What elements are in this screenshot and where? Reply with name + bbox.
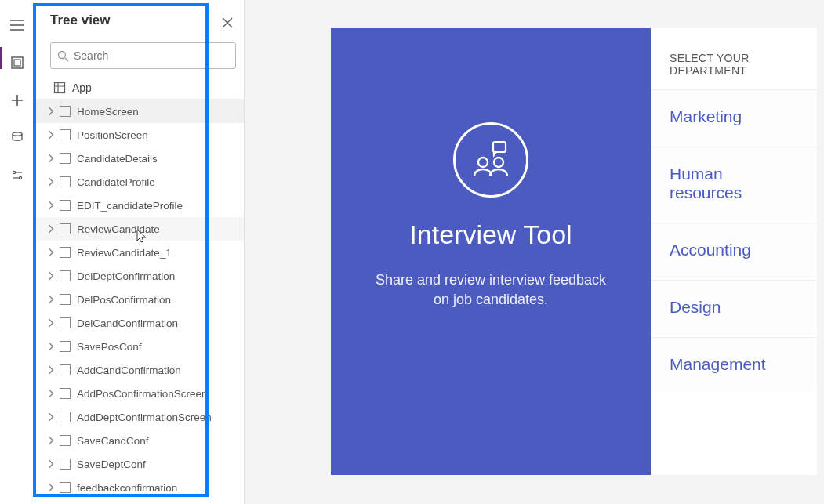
- tree-item[interactable]: AddDeptConfirmationScreen: [34, 405, 244, 429]
- tree-item-label: AddDeptConfirmationScreen: [77, 412, 212, 423]
- tree-view-icon[interactable]: [6, 52, 28, 74]
- screen-icon: [60, 482, 71, 493]
- left-rail: [0, 0, 34, 504]
- dept-header: SELECT YOUR DEPARTMENT: [651, 28, 817, 89]
- svg-point-2: [13, 132, 22, 136]
- screen-list: HomeScreen•••PositionScreenCandidateDeta…: [34, 100, 244, 499]
- chevron-right-icon: [45, 223, 56, 234]
- screen-icon: [60, 364, 71, 375]
- chevron-right-icon: [45, 270, 56, 281]
- chevron-right-icon: [45, 482, 56, 493]
- department-panel: SELECT YOUR DEPARTMENT MarketingHuman re…: [651, 28, 817, 475]
- tree-item-label: DelCandConfirmation: [77, 317, 178, 329]
- svg-point-8: [478, 158, 488, 167]
- tree-view-title: Tree view: [34, 0, 244, 36]
- svg-point-3: [13, 171, 15, 173]
- app-logo-icon: [453, 122, 528, 198]
- screen-icon: [60, 106, 71, 117]
- chevron-right-icon: [45, 153, 56, 164]
- canvas-area: Interview Tool Share and review intervie…: [245, 0, 824, 504]
- hamburger-icon[interactable]: [6, 14, 28, 36]
- chevron-right-icon: [45, 435, 56, 446]
- app-root-node[interactable]: App: [34, 77, 244, 100]
- tree-view-panel: Tree view App HomeScreen•••PositionScree…: [34, 0, 245, 504]
- active-rail-marker: [0, 47, 2, 69]
- tree-item[interactable]: DelDeptConfirmation: [34, 264, 244, 288]
- app-preview: Interview Tool Share and review intervie…: [331, 28, 817, 475]
- svg-rect-7: [493, 142, 506, 152]
- chevron-right-icon: [45, 106, 56, 117]
- screen-icon: [60, 388, 71, 399]
- chevron-right-icon: [45, 176, 56, 187]
- splash-pane: Interview Tool Share and review intervie…: [331, 28, 651, 475]
- department-item[interactable]: Human resources: [651, 147, 817, 219]
- department-item[interactable]: Design: [651, 280, 817, 334]
- department-item[interactable]: Accounting: [651, 223, 817, 277]
- tree-item-label: HomeScreen: [77, 106, 139, 118]
- tree-item-label: CandidateProfile: [77, 176, 155, 188]
- svg-point-4: [19, 176, 21, 179]
- tree-item-label: PositionScreen: [77, 129, 148, 141]
- tree-item-label: SaveCandConf: [77, 435, 149, 447]
- tree-item[interactable]: SavePosConf: [34, 335, 244, 358]
- screen-icon: [60, 129, 71, 140]
- tree-item[interactable]: SaveCandConf: [34, 429, 244, 452]
- screen-icon: [60, 200, 71, 211]
- department-item[interactable]: Marketing: [651, 89, 817, 143]
- svg-point-9: [494, 158, 503, 167]
- chevron-right-icon: [45, 317, 56, 328]
- tree-item[interactable]: HomeScreen•••: [34, 100, 244, 123]
- tree-item-label: CandidateDetails: [77, 153, 158, 165]
- chevron-right-icon: [45, 364, 56, 375]
- chevron-right-icon: [45, 412, 56, 422]
- tree-item[interactable]: CandidateProfile: [34, 170, 244, 194]
- department-item[interactable]: Management: [651, 337, 817, 391]
- search-icon: [57, 50, 69, 62]
- screen-icon: [60, 153, 71, 164]
- tree-item[interactable]: SaveDeptConf: [34, 452, 244, 476]
- chevron-right-icon: [45, 247, 56, 258]
- tree-item-label: SaveDeptConf: [77, 459, 146, 470]
- screen-icon: [60, 176, 71, 187]
- chevron-right-icon: [45, 459, 56, 470]
- tree-item[interactable]: DelCandConfirmation: [34, 311, 244, 335]
- tree-item[interactable]: feedbackconfirmation: [34, 476, 244, 499]
- tree-item-label: DelPosConfirmation: [77, 294, 171, 306]
- svg-rect-1: [14, 60, 20, 66]
- tree-item-label: DelDeptConfirmation: [77, 270, 175, 282]
- app-subtitle: Share and review interview feedback on j…: [373, 270, 608, 310]
- tree-item[interactable]: ReviewCandidate•••: [34, 217, 244, 241]
- screen-icon: [60, 223, 71, 234]
- tree-item[interactable]: AddPosConfirmationScreen: [34, 382, 244, 405]
- app-title: Interview Tool: [409, 219, 572, 250]
- app-label: App: [72, 82, 92, 94]
- tree-item[interactable]: PositionScreen: [34, 123, 244, 147]
- svg-rect-6: [55, 83, 65, 93]
- tree-item[interactable]: ReviewCandidate_1: [34, 241, 244, 264]
- screen-icon: [60, 247, 71, 258]
- svg-point-5: [59, 51, 66, 58]
- tree-item-label: AddCandConfirmation: [77, 364, 181, 376]
- tree-item-label: ReviewCandidate_1: [77, 247, 172, 259]
- tree-item[interactable]: AddCandConfirmation: [34, 358, 244, 382]
- settings-icon[interactable]: [6, 165, 28, 187]
- tree-item[interactable]: EDIT_candidateProfile: [34, 194, 244, 217]
- insert-icon[interactable]: [6, 89, 28, 111]
- screen-icon: [60, 412, 71, 422]
- tree-item[interactable]: CandidateDetails: [34, 147, 244, 170]
- chevron-right-icon: [45, 200, 56, 211]
- svg-rect-0: [12, 57, 23, 68]
- screen-icon: [60, 459, 71, 470]
- close-icon[interactable]: [216, 11, 239, 34]
- tree-item-label: ReviewCandidate: [77, 223, 160, 235]
- screen-icon: [60, 270, 71, 281]
- search-input[interactable]: [74, 49, 229, 62]
- data-icon[interactable]: [6, 127, 28, 149]
- chevron-right-icon: [45, 388, 56, 399]
- screen-icon: [60, 435, 71, 446]
- tree-item[interactable]: DelPosConfirmation: [34, 288, 244, 311]
- tree-item-label: feedbackconfirmation: [77, 482, 177, 494]
- search-input-wrap[interactable]: [50, 42, 236, 69]
- tree-item-label: EDIT_candidateProfile: [77, 200, 183, 212]
- chevron-right-icon: [45, 294, 56, 305]
